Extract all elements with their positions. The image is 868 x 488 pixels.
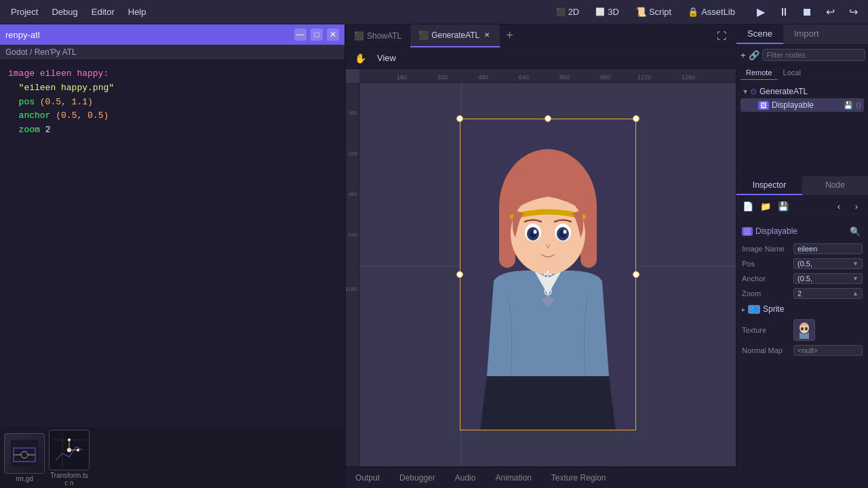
code-editor[interactable]: image eileen happy: "eileen happy.png" p… bbox=[0, 60, 344, 427]
tab-generateatl-label: GenerateATL bbox=[431, 30, 479, 40]
canvas-area[interactable]: 160 320 480 640 800 960 1120 1280 160 32… bbox=[346, 69, 736, 466]
code-line-5: zoom 2 bbox=[8, 123, 336, 138]
tab-generateatl[interactable]: ⬛ GenerateATL ✕ bbox=[410, 24, 500, 47]
tab-close-button[interactable]: ✕ bbox=[482, 30, 492, 40]
insp-back-button[interactable]: ‹ bbox=[831, 199, 846, 214]
handle-middle-right[interactable] bbox=[633, 271, 639, 278]
insp-save-button[interactable]: 💾 bbox=[776, 199, 791, 214]
svg-point-34 bbox=[805, 327, 808, 331]
displayable-icon: 🖼 bbox=[742, 227, 753, 236]
texture-label: Texture bbox=[742, 326, 791, 334]
menu-project[interactable]: Project bbox=[5, 4, 43, 20]
field-anchor: Anchor (0.5, ▼ bbox=[741, 271, 864, 286]
undo-button[interactable]: ↩ bbox=[821, 3, 840, 22]
inspector-content: 🖼 Displayable 🔍 Image Name eileen Pos (0… bbox=[736, 217, 868, 362]
image-name-value[interactable]: eileen bbox=[793, 243, 863, 254]
svg-point-25 bbox=[533, 230, 536, 234]
handle-top-left[interactable] bbox=[456, 115, 463, 122]
anchor-value[interactable]: (0.5, ▼ bbox=[793, 273, 863, 284]
code-panel: renpy-atl — □ ✕ Godot / Ren'Py ATL image… bbox=[0, 24, 346, 488]
tab-audio[interactable]: Audio bbox=[446, 467, 486, 489]
pause-button[interactable]: ⏸ bbox=[774, 3, 793, 22]
thumb-scene-label: rm.gd bbox=[16, 475, 33, 483]
insp-forward-button[interactable]: › bbox=[849, 199, 864, 214]
ruler-vmark-160: 160 bbox=[349, 110, 357, 116]
menu-help[interactable]: Help bbox=[123, 4, 152, 20]
node-expand-icon-2: ▾ bbox=[751, 100, 755, 110]
tab-output[interactable]: Output bbox=[346, 467, 390, 489]
sprite-wrapper[interactable]: ✛ bbox=[460, 119, 636, 430]
thumb-transform[interactable]: Transform.tsc n bbox=[49, 430, 90, 487]
insp-search-button[interactable]: 🔍 bbox=[848, 224, 863, 239]
close-button[interactable]: ✕ bbox=[327, 28, 339, 41]
2d-icon: ⬛ bbox=[556, 7, 566, 16]
mode-2d-button[interactable]: ⬛ 2D bbox=[551, 5, 585, 19]
handle-top-right[interactable] bbox=[633, 115, 639, 122]
redo-button[interactable]: ↪ bbox=[844, 3, 863, 22]
hand-tool-button[interactable]: ✋ bbox=[351, 49, 369, 67]
inspector-panel: Inspector Node 📄 📁 💾 ‹ › 🖼 Displayable 🔍 bbox=[736, 176, 868, 362]
fullscreen-button[interactable]: ⛶ bbox=[713, 27, 730, 45]
tab-scene[interactable]: Scene bbox=[736, 24, 783, 44]
zoom-value[interactable]: 2 ▲ bbox=[793, 288, 863, 299]
breadcrumb: Godot / Ren'Py ATL bbox=[0, 45, 344, 60]
mode-3d-button[interactable]: ⬜ 3D bbox=[590, 5, 625, 19]
texture-preview[interactable] bbox=[793, 319, 815, 341]
scene-node-generateatl[interactable]: ▾ ⊙ GenerateATL bbox=[741, 85, 864, 98]
ruler-mark-320: 320 bbox=[437, 74, 448, 81]
scene-node-displayable[interactable]: ▾ 🖼 Displayable 💾 ⟨⟩ bbox=[741, 98, 864, 112]
link-button[interactable]: 🔗 bbox=[749, 47, 760, 62]
ruler-horizontal: 160 320 480 640 800 960 1120 1280 bbox=[359, 69, 736, 83]
stop-button[interactable]: ⏹ bbox=[797, 3, 816, 22]
anchor-label: Anchor bbox=[742, 274, 791, 283]
menu-editor[interactable]: Editor bbox=[86, 4, 120, 20]
code-line-2: "eileen happy.png" bbox=[8, 81, 336, 96]
script-button[interactable]: 📜 Script bbox=[630, 5, 677, 19]
sprite-section-header[interactable]: ▸ 🔷 Sprite bbox=[741, 301, 864, 317]
tab-debugger[interactable]: Debugger bbox=[390, 467, 446, 489]
tab-texture-region[interactable]: Texture Region bbox=[542, 467, 616, 489]
add-node-button[interactable]: + bbox=[741, 47, 746, 62]
normal-map-value[interactable]: <null> bbox=[793, 345, 863, 356]
displayable-section-header[interactable]: 🖼 Displayable 🔍 bbox=[741, 221, 864, 241]
maximize-button[interactable]: □ bbox=[311, 28, 323, 41]
tab-animation[interactable]: Animation bbox=[486, 467, 541, 489]
insp-load-button[interactable]: 📄 bbox=[741, 199, 755, 214]
field-pos: Pos (0.5, ▼ bbox=[741, 256, 864, 271]
handle-middle-left[interactable] bbox=[456, 271, 463, 278]
ruler-mark-1280: 1280 bbox=[682, 74, 695, 81]
menu-debug[interactable]: Debug bbox=[46, 4, 83, 20]
tab-node[interactable]: Node bbox=[802, 176, 868, 195]
minimize-button[interactable]: — bbox=[294, 28, 307, 41]
code-line-1: image eileen happy: bbox=[8, 67, 336, 81]
node-circle-icon: ⊙ bbox=[750, 87, 757, 96]
tabs-bar: ⬛ ShowATL ⬛ GenerateATL ✕ + ⛶ bbox=[346, 24, 736, 47]
pos-value[interactable]: (0.5, ▼ bbox=[793, 258, 863, 269]
zoom-label: Zoom bbox=[742, 289, 791, 298]
insp-folder-button[interactable]: 📁 bbox=[758, 199, 773, 214]
script-icon: 📜 bbox=[635, 7, 646, 17]
generateatl-icon: ⬛ bbox=[418, 30, 429, 40]
tab-import[interactable]: Import bbox=[783, 24, 830, 44]
add-tab-button[interactable]: + bbox=[500, 28, 519, 43]
showatl-icon: ⬛ bbox=[354, 31, 364, 41]
displayable-section-label: Displayable bbox=[755, 226, 797, 236]
tab-showatl[interactable]: ⬛ ShowATL bbox=[346, 24, 410, 47]
tab-local[interactable]: Local bbox=[778, 66, 806, 80]
thumb-scene[interactable]: rm.gd bbox=[4, 433, 45, 483]
ruler-vmark-480: 480 bbox=[349, 191, 357, 197]
tab-remote[interactable]: Remote bbox=[741, 66, 778, 80]
3d-icon: ⬜ bbox=[595, 7, 605, 16]
2d-label: 2D bbox=[568, 7, 580, 17]
3d-label: 3D bbox=[608, 7, 619, 17]
handle-top-middle[interactable] bbox=[545, 115, 551, 122]
tab-inspector[interactable]: Inspector bbox=[736, 176, 802, 195]
image-name-text: eileen bbox=[797, 245, 817, 253]
thumb-transform-box bbox=[49, 430, 90, 470]
pos-dropdown-icon: ▼ bbox=[852, 260, 859, 267]
play-button[interactable]: ▶ bbox=[751, 3, 770, 22]
filter-nodes-input[interactable] bbox=[762, 49, 865, 61]
assetlib-button[interactable]: 🔒 AssetLib bbox=[682, 5, 741, 19]
code-panel-header: renpy-atl — □ ✕ bbox=[0, 24, 344, 45]
field-zoom: Zoom 2 ▲ bbox=[741, 286, 864, 301]
